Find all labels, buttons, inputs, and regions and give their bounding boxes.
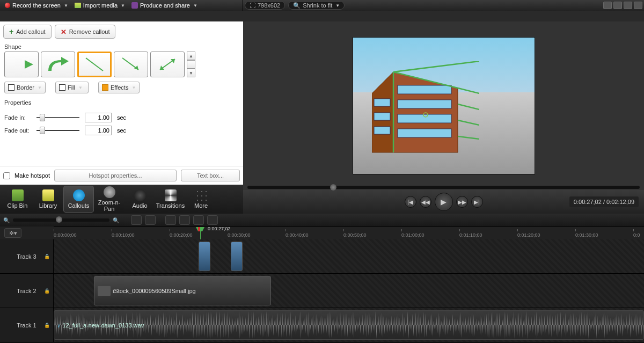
make-hotspot-checkbox[interactable] xyxy=(3,172,10,179)
shape-scrollbar[interactable]: ▲ ▼ xyxy=(187,52,195,77)
tab-callouts[interactable]: Callouts xyxy=(63,186,94,213)
fill-dropdown[interactable]: Fill ▼ xyxy=(55,82,89,93)
sec-unit: sec xyxy=(117,127,126,134)
fullscreen-icon[interactable] xyxy=(634,2,642,9)
track-3-label[interactable]: Track 3🔒 xyxy=(0,239,54,273)
svg-rect-11 xyxy=(374,127,390,134)
svg-rect-10 xyxy=(374,113,390,120)
fade-out-value[interactable]: 1.00 xyxy=(85,126,112,135)
shape-arrow-curved[interactable] xyxy=(41,52,75,77)
lock-icon[interactable]: 🔒 xyxy=(44,254,50,259)
transitions-icon xyxy=(165,189,177,201)
zoom-out-icon[interactable]: 🔍 xyxy=(3,217,10,223)
fade-out-slider[interactable] xyxy=(36,127,79,134)
track-2-content[interactable]: iStock_000009560509Small.jpg xyxy=(54,274,644,308)
prev-clip-button[interactable]: |◀ xyxy=(405,196,416,208)
properties-label: Properties xyxy=(0,98,243,107)
shape-arrow-right[interactable] xyxy=(4,52,39,77)
scroll-down-icon[interactable]: ▼ xyxy=(187,69,195,77)
split-button[interactable] xyxy=(179,215,190,225)
more-icon xyxy=(195,189,207,201)
scrubber-thumb[interactable] xyxy=(330,184,336,191)
border-label: Border xyxy=(17,84,34,91)
preview-scrubber[interactable] xyxy=(247,186,640,189)
playhead[interactable]: 0:00:27;02 xyxy=(200,227,207,232)
track-1-content[interactable]: ♪ 12_full_a-new-dawn_0133.wav xyxy=(54,308,644,342)
svg-rect-24 xyxy=(198,227,200,231)
callout-clip-2[interactable] xyxy=(231,242,243,271)
tab-more[interactable]: More xyxy=(186,186,216,213)
lock-icon[interactable]: 🔒 xyxy=(44,323,50,328)
fade-out-label: Fade out: xyxy=(4,127,31,134)
preview-canvas[interactable] xyxy=(353,37,535,174)
redo-button[interactable] xyxy=(145,215,156,225)
chevron-down-icon: ▼ xyxy=(78,85,83,90)
tab-transitions[interactable]: Transitions xyxy=(155,186,186,213)
canvas-dimensions[interactable]: ⛶ 798x602 xyxy=(245,1,285,10)
rewind-button[interactable]: ◀◀ xyxy=(420,196,431,208)
svg-line-15 xyxy=(458,104,479,115)
forward-button[interactable]: ▶▶ xyxy=(456,196,468,208)
undo-button[interactable] xyxy=(131,215,142,225)
timeline-zoom-slider[interactable] xyxy=(13,218,109,222)
scroll-up-icon[interactable]: ▲ xyxy=(187,52,195,60)
svg-rect-9 xyxy=(374,99,390,106)
track-2-label[interactable]: Track 2🔒 xyxy=(0,274,54,308)
border-dropdown[interactable]: Border ▼ xyxy=(4,82,46,93)
tab-clip-bin[interactable]: Clip Bin xyxy=(2,186,33,213)
audio-clip[interactable]: ♪ 12_full_a-new-dawn_0133.wav xyxy=(54,310,644,340)
add-callout-label: Add callout xyxy=(16,28,45,35)
callouts-panel: + Add callout ✕ Remove callout Shape xyxy=(0,21,243,214)
svg-marker-3 xyxy=(393,72,458,152)
timeline-ruler[interactable]: 0:00:27;02 0:00:00;000:00:10;000:00:20;0… xyxy=(54,227,644,239)
record-screen-button[interactable]: Record the screen ▼ xyxy=(2,1,71,10)
shape-arrow-double[interactable] xyxy=(150,52,185,77)
next-clip-button[interactable]: ▶| xyxy=(471,196,483,208)
play-button[interactable]: ▶ xyxy=(435,193,453,211)
pan-tool-icon[interactable] xyxy=(613,2,622,9)
svg-line-0 xyxy=(86,58,103,71)
plus-icon: + xyxy=(9,27,13,36)
tab-library[interactable]: Library xyxy=(33,186,63,213)
fade-in-slider[interactable] xyxy=(36,114,79,121)
tab-audio[interactable]: Audio xyxy=(125,186,155,213)
make-hotspot-label: Make hotspot xyxy=(14,172,50,179)
fade-in-value[interactable]: 1.00 xyxy=(85,113,112,122)
scroll-thumb[interactable] xyxy=(187,60,195,69)
remove-callout-button[interactable]: ✕ Remove callout xyxy=(55,25,116,39)
paste-button[interactable] xyxy=(207,215,218,225)
chevron-down-icon: ▼ xyxy=(131,85,136,90)
callout-clip-1[interactable] xyxy=(199,242,210,271)
audio-clip-name: 12_full_a-new-dawn_0133.wav xyxy=(63,322,144,329)
copy-button[interactable] xyxy=(193,215,204,225)
dims-value: 798x602 xyxy=(258,2,280,9)
produce-share-button[interactable]: Produce and share ▼ xyxy=(128,1,201,10)
lock-icon[interactable]: 🔒 xyxy=(44,288,50,294)
remove-callout-label: Remove callout xyxy=(69,28,110,35)
library-icon xyxy=(42,189,54,201)
timeline-options-button[interactable]: ✲▾ xyxy=(4,228,21,238)
audio-icon xyxy=(134,189,146,201)
cross-icon: ✕ xyxy=(61,28,67,36)
crop-tool-icon[interactable] xyxy=(603,2,612,9)
zoom-dropdown[interactable]: 🔍 Shrink to fit ▼ xyxy=(288,1,345,10)
image-clip[interactable]: iStock_000009560509Small.jpg xyxy=(94,276,271,305)
tab-zoom-pan[interactable]: Zoom-n-Pan xyxy=(94,186,125,213)
effects-dropdown[interactable]: Effects ▼ xyxy=(98,82,140,93)
record-icon xyxy=(5,3,10,8)
track-1-label[interactable]: Track 1🔒 xyxy=(0,308,54,342)
add-callout-button[interactable]: + Add callout xyxy=(3,25,52,39)
shape-line-diagonal[interactable] xyxy=(77,52,112,77)
chevron-down-icon: ▼ xyxy=(121,3,125,8)
zoom-in-icon[interactable]: 🔍 xyxy=(113,217,119,223)
import-media-button[interactable]: Import media ▼ xyxy=(71,1,128,10)
hotspot-properties-button[interactable]: Hotspot properties... xyxy=(54,170,177,181)
preview-panel: |◀ ◀◀ ▶ ▶▶ ▶| 0:00:27;02 / 0:02:12;09 xyxy=(243,21,644,214)
effects-label: Effects xyxy=(111,84,128,91)
detach-preview-icon[interactable] xyxy=(624,2,632,9)
cut-button[interactable] xyxy=(165,215,176,225)
svg-rect-5 xyxy=(398,85,451,94)
textbox-button[interactable]: Text box... xyxy=(181,170,240,181)
shape-arrow-diagonal-down[interactable] xyxy=(114,52,148,77)
track-3-content[interactable] xyxy=(54,239,644,273)
